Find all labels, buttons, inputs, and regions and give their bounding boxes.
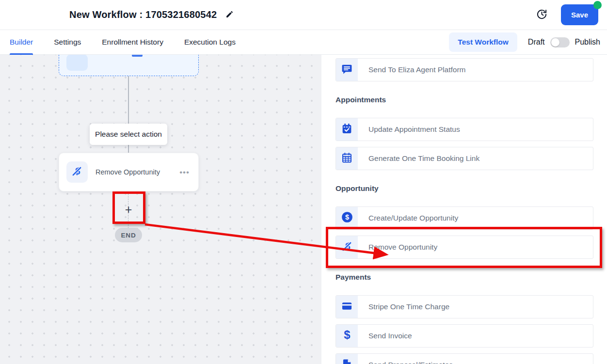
action-icon-strip: $ — [336, 325, 358, 347]
node-more-menu[interactable]: ••• — [179, 168, 190, 176]
dollar-slash-icon: $ — [341, 240, 353, 254]
workflow-node-remove-opportunity[interactable]: $ Remove Opportunity ••• — [59, 153, 199, 191]
node-title: Remove Opportunity — [96, 168, 160, 176]
action-icon-strip — [336, 296, 358, 318]
credit-card-icon — [341, 300, 353, 314]
action-icon-strip: $ — [336, 236, 358, 258]
action-label: Create/Update Opportunity — [358, 207, 458, 229]
test-workflow-button[interactable]: Test Workflow — [449, 32, 517, 52]
action-row-send-proposal-estimates[interactable]: Send Proposal/Estimates — [335, 353, 593, 364]
actions-panel: Send To Eliza Agent Platform Appointment… — [321, 55, 607, 364]
section-header-payments: Payments — [335, 273, 593, 282]
action-label: Send Proposal/Estimates — [358, 354, 453, 364]
action-icon-strip — [336, 118, 358, 141]
section-header-opportunity: Opportunity — [335, 184, 593, 193]
action-row-generate-booking-link[interactable]: Generate One Time Booking Link — [335, 147, 593, 170]
app-header: New Workflow : 1705321680542 Save — [0, 0, 607, 30]
calendar-grid-icon — [341, 152, 353, 166]
svg-text:$: $ — [345, 213, 349, 221]
workflow-canvas: Please select action $ Remove Opportunit… — [0, 55, 607, 364]
trigger-node[interactable] — [59, 55, 199, 76]
calendar-check-icon — [341, 123, 353, 137]
history-clock-icon — [536, 9, 547, 21]
action-icon-strip — [336, 354, 358, 364]
tab-builder[interactable]: Builder — [10, 30, 33, 54]
tab-enrollment-history[interactable]: Enrollment History — [102, 30, 163, 54]
trigger-icon — [66, 55, 88, 71]
svg-text:$: $ — [344, 329, 350, 341]
end-node: END — [115, 228, 142, 242]
tab-list: Builder Settings Enrollment History Exec… — [10, 30, 236, 54]
message-square-icon — [341, 63, 353, 77]
node-icon-box: $ — [66, 161, 88, 183]
trigger-label-clipped — [132, 55, 143, 57]
select-action-tooltip: Please select action — [90, 124, 167, 145]
save-button-label: Save — [571, 11, 588, 19]
draft-label: Draft — [528, 38, 545, 47]
history-button[interactable] — [536, 9, 547, 21]
action-row-remove-opportunity[interactable]: $ Remove Opportunity — [335, 236, 593, 259]
dollar-circle-icon: $ — [341, 211, 353, 225]
publish-toggle[interactable] — [550, 37, 570, 47]
dollar-slash-icon: $ — [71, 165, 83, 179]
action-icon-strip — [336, 147, 358, 170]
action-row-update-appointment-status[interactable]: Update Appointment Status — [335, 118, 593, 141]
action-row-stripe-one-time-charge[interactable]: Stripe One Time Charge — [335, 295, 593, 318]
action-row-send-invoice[interactable]: $ Send Invoice — [335, 324, 593, 348]
action-label: Update Appointment Status — [358, 118, 460, 141]
unsaved-changes-dot — [593, 1, 602, 9]
tab-settings[interactable]: Settings — [54, 30, 81, 54]
action-icon-strip — [336, 59, 358, 81]
action-label: Stripe One Time Charge — [358, 296, 449, 318]
action-row-send-to-eliza[interactable]: Send To Eliza Agent Platform — [335, 58, 593, 81]
edit-title-button[interactable] — [225, 10, 234, 20]
pencil-icon — [225, 10, 234, 20]
action-label: Remove Opportunity — [358, 236, 437, 258]
publish-label: Publish — [575, 38, 600, 47]
publish-toggle-knob — [551, 38, 559, 47]
file-icon — [341, 358, 353, 364]
action-row-create-update-opportunity[interactable]: $ Create/Update Opportunity — [335, 206, 593, 230]
action-label: Send To Eliza Agent Platform — [358, 59, 465, 81]
action-label: Generate One Time Booking Link — [358, 147, 479, 170]
section-header-appointments: Appointments — [335, 95, 593, 104]
add-action-button[interactable]: + — [122, 203, 135, 216]
save-button[interactable]: Save — [561, 4, 598, 25]
action-icon-strip: $ — [336, 207, 358, 229]
action-label: Send Invoice — [358, 325, 412, 347]
tab-execution-logs[interactable]: Execution Logs — [184, 30, 236, 54]
workflow-title: New Workflow : 1705321680542 — [69, 9, 217, 20]
workflow-tabbar: Builder Settings Enrollment History Exec… — [0, 30, 607, 55]
dollar-icon: $ — [341, 329, 353, 343]
